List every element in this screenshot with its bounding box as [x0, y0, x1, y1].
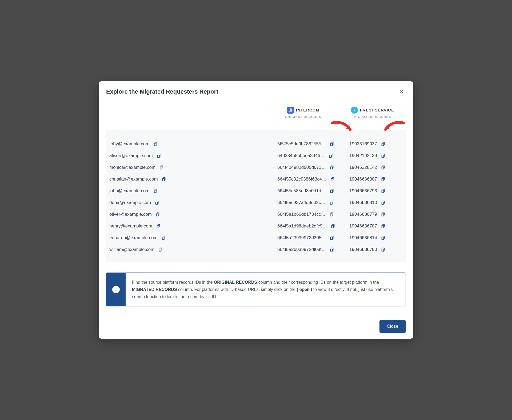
migrated-id-text: 19046636790: [349, 247, 377, 252]
email-cell: oliver@example.com: [109, 211, 277, 217]
copy-icon[interactable]: [329, 188, 335, 194]
migrated-id-text: 19046636787: [349, 223, 377, 229]
copy-icon[interactable]: [330, 176, 335, 182]
migrated-id-cell: 19046328142: [349, 165, 403, 170]
email-cell: eduardo@example.com: [109, 235, 277, 241]
email-cell: alison@example.com: [109, 153, 277, 159]
migrated-id-cell: 19046636793: [349, 188, 403, 194]
table-row: william@example.com664f5a26939972df08f…1…: [109, 244, 403, 255]
original-id-text: 664f55c585ed8b0d1d…: [277, 188, 326, 194]
table-row: henry@example.com664f5a1d98daeb2dfc9…190…: [109, 220, 403, 232]
migrated-id-text: 19046636793: [349, 188, 377, 194]
copy-icon[interactable]: [380, 165, 386, 170]
copy-icon[interactable]: [380, 211, 386, 217]
copy-icon[interactable]: [328, 153, 334, 159]
email-cell: christian@example.com: [109, 176, 277, 182]
email-text: oliver@example.com: [109, 212, 152, 217]
email-text: monica@example.com: [109, 165, 155, 170]
modal-footer: Close: [99, 314, 413, 339]
table-row: eduardo@example.com664f5a23939972d305…19…: [109, 232, 403, 244]
copy-icon[interactable]: [380, 200, 386, 206]
copy-icon[interactable]: [329, 200, 335, 206]
copy-icon[interactable]: [155, 211, 161, 217]
email-cell: henry@example.com: [109, 223, 277, 229]
email-text: christian@example.com: [109, 177, 158, 182]
copy-icon[interactable]: [154, 200, 160, 206]
copy-icon[interactable]: [330, 223, 336, 229]
copy-icon[interactable]: [380, 247, 386, 253]
target-platform-sublabel: MIGRATED RECORDS: [339, 115, 406, 118]
migrated-id-text: 19046636810: [349, 200, 377, 205]
copy-icon[interactable]: [380, 235, 386, 241]
email-text: john@example.com: [109, 188, 150, 194]
modal: Explore the Migrated Requesters Report ✕…: [99, 81, 413, 339]
email-text: dona@example.com: [109, 200, 151, 205]
close-icon[interactable]: ✕: [397, 87, 406, 96]
email-cell: monica@example.com: [109, 165, 277, 170]
original-id-cell: 664f5a23939972d305…: [277, 235, 349, 241]
copy-icon[interactable]: [161, 235, 167, 241]
target-platform-column-header: FRESHSERVICE MIGRATED RECORDS: [339, 107, 406, 118]
migrated-id-cell: 19046636787: [349, 223, 403, 229]
source-platform-column-header: INTERCOM ORIGINAL RECORDS: [267, 107, 339, 118]
migrated-id-text: 19023169037: [349, 141, 377, 147]
copy-icon[interactable]: [380, 223, 386, 229]
copy-icon[interactable]: [380, 141, 386, 147]
migrated-id-text: 19046636779: [349, 212, 377, 217]
email-text: henry@example.com: [109, 223, 152, 229]
migrated-id-text: 19046636807: [349, 177, 377, 182]
copy-icon[interactable]: [380, 176, 386, 182]
info-text: Find the source platform records IDs in …: [126, 273, 406, 306]
source-platform-name: INTERCOM: [296, 108, 319, 112]
migrated-id-cell: 19046636810: [349, 200, 403, 206]
copy-icon[interactable]: [155, 223, 161, 229]
table-row: monica@example.com664f404982d505d673…190…: [109, 162, 403, 173]
migrated-id-text: 19046328142: [349, 165, 377, 170]
table-row: dona@example.com664f55c937a4d9dd2c…19046…: [109, 197, 403, 209]
table-row: oliver@example.com664f5a1b66db1734cc…190…: [109, 209, 403, 220]
copy-icon[interactable]: [156, 153, 162, 159]
copy-icon[interactable]: [329, 165, 335, 170]
email-text: eduardo@example.com: [109, 235, 158, 241]
original-id-cell: 664f404982d505d673…: [277, 165, 349, 170]
info-box: i Find the source platform records IDs i…: [106, 273, 406, 307]
copy-icon[interactable]: [329, 141, 335, 147]
copy-icon[interactable]: [380, 153, 386, 159]
email-cell: william@example.com: [109, 247, 277, 253]
original-id-text: 664f5a26939972df08f…: [277, 247, 326, 252]
migrated-id-cell: 19046636814: [349, 235, 403, 241]
copy-icon[interactable]: [158, 247, 163, 253]
original-id-text: 664f5a1b66db1734cc…: [277, 212, 326, 217]
migrated-id-cell: 19046636807: [349, 176, 403, 182]
migrated-id-cell: 19046636779: [349, 211, 403, 217]
copy-icon[interactable]: [153, 188, 159, 194]
migrated-id-text: 19042192139: [349, 153, 377, 158]
modal-body: INTERCOM ORIGINAL RECORDS FRESHSERVICE M…: [99, 102, 413, 314]
copy-icon[interactable]: [153, 141, 159, 147]
copy-icon[interactable]: [380, 188, 386, 194]
email-cell: john@example.com: [109, 188, 277, 194]
original-id-text: 5f575c5de9b7882555…: [277, 141, 326, 147]
records-table: toby@example.com5f575c5de9b7882555…19023…: [106, 130, 406, 262]
copy-icon[interactable]: [329, 247, 335, 253]
copy-icon[interactable]: [329, 235, 335, 241]
intercom-logo-icon: [287, 107, 294, 114]
copy-icon[interactable]: [161, 176, 167, 182]
original-id-text: 664f5a1d98daeb2dfc9…: [277, 223, 327, 229]
migrated-id-cell: 19023169037: [349, 141, 403, 147]
original-id-cell: 64d284b8b0bea3946…: [277, 153, 349, 159]
platform-headers: INTERCOM ORIGINAL RECORDS FRESHSERVICE M…: [106, 105, 406, 122]
migrated-id-cell: 19046636790: [349, 247, 403, 253]
original-id-cell: 664f55c32c9386f63c4…: [277, 176, 349, 182]
table-row: toby@example.com5f575c5de9b7882555…19023…: [109, 138, 403, 150]
migrated-id-cell: 19042192139: [349, 153, 403, 159]
original-id-text: 664f55c937a4d9dd2c…: [277, 200, 326, 205]
source-platform-sublabel: ORIGINAL RECORDS: [267, 115, 339, 118]
info-icon: i: [112, 286, 120, 293]
original-id-cell: 664f55c585ed8b0d1d…: [277, 188, 349, 194]
email-text: toby@example.com: [109, 141, 150, 147]
table-row: alison@example.com64d284b8b0bea3946…1904…: [109, 150, 403, 162]
copy-icon[interactable]: [159, 165, 165, 170]
close-button[interactable]: Close: [379, 320, 406, 333]
copy-icon[interactable]: [329, 211, 335, 217]
